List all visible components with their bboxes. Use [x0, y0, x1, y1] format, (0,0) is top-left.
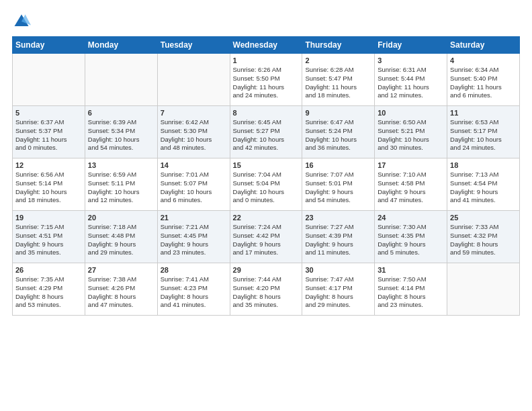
cell-info-line: Sunset: 4:42 PM — [233, 232, 300, 240]
day-number: 28 — [161, 266, 227, 274]
cell-info-line: and 24 minutes. — [450, 144, 517, 152]
calendar-cell: 8Sunrise: 6:45 AMSunset: 5:27 PMDaylight… — [230, 106, 302, 158]
day-number: 13 — [88, 161, 154, 169]
calendar-cell: 4Sunrise: 6:34 AMSunset: 5:40 PMDaylight… — [447, 54, 520, 106]
cell-info-line: and 5 minutes. — [378, 248, 444, 257]
calendar-cell: 6Sunrise: 6:39 AMSunset: 5:34 PMDaylight… — [85, 106, 157, 158]
cell-info-line: Sunset: 5:50 PM — [233, 75, 300, 83]
cell-info-line: Sunrise: 7:15 AM — [15, 223, 82, 232]
calendar-cell: 13Sunrise: 6:59 AMSunset: 5:11 PMDayligh… — [85, 158, 157, 211]
cell-info-line: and 17 minutes. — [233, 248, 300, 257]
day-number: 5 — [15, 109, 82, 117]
cell-info-line: Daylight: 9 hours — [233, 240, 300, 249]
day-number: 22 — [233, 214, 300, 222]
cell-info-line: Sunset: 5:37 PM — [15, 127, 82, 136]
cell-info-line: Daylight: 9 hours — [305, 240, 371, 249]
cell-info-line: Daylight: 10 hours — [161, 188, 227, 197]
cell-info-line: and 23 minutes. — [161, 248, 227, 257]
cell-info-line: and 36 minutes. — [305, 144, 371, 152]
cell-info-line: and 11 minutes. — [305, 248, 371, 257]
cell-info-line: and 6 minutes. — [161, 196, 227, 205]
cell-info-line: Sunset: 5:24 PM — [305, 127, 371, 136]
calendar-cell: 18Sunrise: 7:13 AMSunset: 4:54 PMDayligh… — [447, 158, 520, 211]
cell-info-line: and 48 minutes. — [161, 144, 227, 152]
cell-info-line: Sunset: 4:17 PM — [305, 284, 371, 293]
cell-info-line: Sunset: 5:17 PM — [450, 127, 517, 136]
day-number: 21 — [161, 214, 227, 222]
cell-info-line: Sunset: 4:14 PM — [378, 284, 444, 293]
calendar-cell: 9Sunrise: 6:47 AMSunset: 5:24 PMDaylight… — [302, 106, 375, 158]
cell-info-line: Sunrise: 6:39 AM — [88, 118, 154, 127]
cell-info-line: Sunset: 5:47 PM — [305, 75, 371, 83]
cell-info-line: and 6 minutes. — [450, 91, 517, 100]
cell-info-line: Daylight: 9 hours — [378, 188, 444, 197]
cell-info-line: Daylight: 10 hours — [450, 136, 517, 144]
cell-info-line: Sunrise: 7:18 AM — [88, 223, 154, 232]
cell-info-line: Sunset: 5:11 PM — [88, 179, 154, 188]
calendar-cell: 22Sunrise: 7:24 AMSunset: 4:42 PMDayligh… — [230, 211, 302, 263]
day-number: 19 — [15, 214, 82, 222]
cell-info-line: and 47 minutes. — [378, 196, 444, 205]
cell-info-line: Sunrise: 7:47 AM — [305, 275, 371, 284]
day-number: 20 — [88, 214, 154, 222]
cell-info-line: Sunset: 4:39 PM — [305, 232, 371, 240]
cell-info-line: Daylight: 11 hours — [450, 83, 517, 92]
cell-info-line: Sunrise: 7:44 AM — [233, 275, 300, 284]
cell-info-line: and 18 minutes. — [305, 91, 371, 100]
cell-info-line: Sunrise: 7:10 AM — [378, 171, 444, 179]
cell-info-line: Daylight: 11 hours — [305, 83, 371, 92]
cell-info-line: Sunset: 5:21 PM — [378, 127, 444, 136]
day-number: 10 — [378, 109, 444, 117]
weekday-header-wednesday: Wednesday — [230, 37, 302, 54]
cell-info-line: Sunset: 5:07 PM — [161, 179, 227, 188]
calendar-cell: 10Sunrise: 6:50 AMSunset: 5:21 PMDayligh… — [375, 106, 447, 158]
cell-info-line: Daylight: 8 hours — [450, 240, 517, 249]
weekday-header-thursday: Thursday — [302, 37, 375, 54]
cell-info-line: Sunset: 5:01 PM — [305, 179, 371, 188]
cell-info-line: Sunset: 4:35 PM — [378, 232, 444, 240]
day-number: 8 — [233, 109, 300, 117]
calendar-cell: 17Sunrise: 7:10 AMSunset: 4:58 PMDayligh… — [375, 158, 447, 211]
cell-info-line: Sunset: 4:45 PM — [161, 232, 227, 240]
day-number: 26 — [15, 266, 82, 274]
cell-info-line: Daylight: 8 hours — [88, 293, 154, 302]
weekday-header-friday: Friday — [375, 37, 447, 54]
cell-info-line: Sunset: 5:44 PM — [378, 75, 444, 83]
cell-info-line: Sunrise: 7:38 AM — [88, 275, 154, 284]
cell-info-line: Sunset: 4:20 PM — [233, 284, 300, 293]
cell-info-line: Sunrise: 7:01 AM — [161, 171, 227, 179]
header — [12, 12, 520, 31]
weekday-header-monday: Monday — [85, 37, 157, 54]
week-row-2: 5Sunrise: 6:37 AMSunset: 5:37 PMDaylight… — [13, 106, 520, 158]
calendar-cell: 1Sunrise: 6:26 AMSunset: 5:50 PMDaylight… — [230, 54, 302, 106]
calendar-cell: 31Sunrise: 7:50 AMSunset: 4:14 PMDayligh… — [375, 263, 447, 316]
page: SundayMondayTuesdayWednesdayThursdayFrid… — [0, 0, 532, 411]
day-number: 2 — [305, 56, 371, 64]
day-number: 30 — [305, 266, 371, 274]
cell-info-line: Sunrise: 6:45 AM — [233, 118, 300, 127]
cell-info-line: Sunrise: 6:50 AM — [378, 118, 444, 127]
day-number: 4 — [450, 56, 517, 64]
cell-info-line: Daylight: 8 hours — [378, 293, 444, 302]
cell-info-line: and 59 minutes. — [450, 248, 517, 257]
calendar-cell — [157, 54, 230, 106]
day-number: 25 — [450, 214, 517, 222]
cell-info-line: and 24 minutes. — [233, 91, 300, 100]
cell-info-line: Sunrise: 7:13 AM — [450, 171, 517, 179]
cell-info-line: Daylight: 10 hours — [305, 136, 371, 144]
calendar-cell: 15Sunrise: 7:04 AMSunset: 5:04 PMDayligh… — [230, 158, 302, 211]
cell-info-line: Sunset: 4:58 PM — [378, 179, 444, 188]
day-number: 15 — [233, 161, 300, 169]
calendar-cell: 7Sunrise: 6:42 AMSunset: 5:30 PMDaylight… — [157, 106, 230, 158]
cell-info-line: Sunset: 4:26 PM — [88, 284, 154, 293]
cell-info-line: Sunrise: 6:59 AM — [88, 171, 154, 179]
calendar-cell: 14Sunrise: 7:01 AMSunset: 5:07 PMDayligh… — [157, 158, 230, 211]
cell-info-line: and 23 minutes. — [378, 301, 444, 310]
cell-info-line: Daylight: 10 hours — [233, 136, 300, 144]
cell-info-line: Sunset: 4:23 PM — [161, 284, 227, 293]
cell-info-line: Daylight: 10 hours — [88, 188, 154, 197]
cell-info-line: Sunrise: 7:41 AM — [161, 275, 227, 284]
cell-info-line: Daylight: 11 hours — [15, 136, 82, 144]
week-row-5: 26Sunrise: 7:35 AMSunset: 4:29 PMDayligh… — [13, 263, 520, 316]
cell-info-line: Sunrise: 6:42 AM — [161, 118, 227, 127]
